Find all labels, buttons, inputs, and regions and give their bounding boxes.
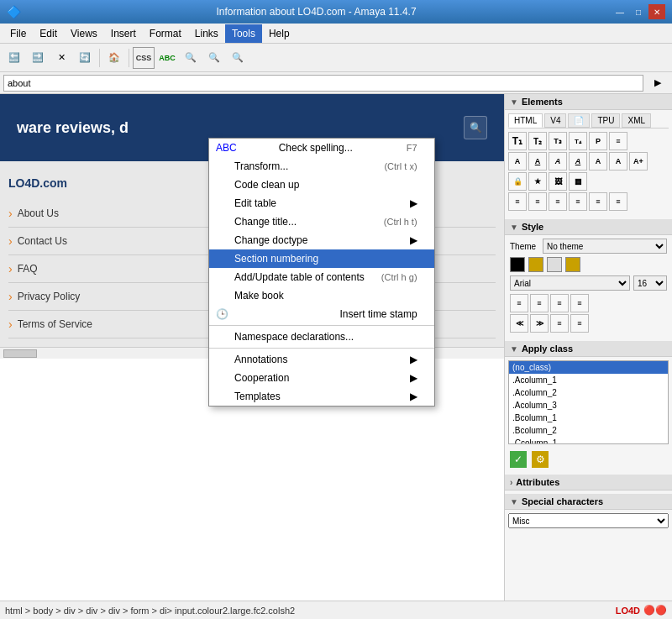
toolbar-btn-4[interactable]: 🔄 [74, 47, 96, 69]
toolbar-css[interactable]: CSS [133, 47, 155, 69]
menu-transform[interactable]: Transform... (Ctrl t x) [209, 157, 434, 176]
elem-t4[interactable]: T₄ [569, 132, 587, 150]
menu-check-spelling[interactable]: ABC Check spelling... F7 [209, 139, 434, 157]
align-right[interactable]: ≡ [550, 294, 569, 312]
class-item-cc1[interactable]: .Ccolumn_1 [509, 437, 668, 444]
elem-img[interactable]: 🖼 [549, 172, 567, 191]
close-button[interactable]: ✕ [648, 4, 665, 19]
tab-xml[interactable]: XML [622, 113, 651, 128]
align-left[interactable]: ≡ [510, 294, 528, 312]
style-btn3[interactable]: ≡ [550, 314, 569, 333]
class-item-noc[interactable]: (no_class) [509, 361, 668, 374]
add-toc-shortcut: (Ctrl h g) [381, 272, 417, 282]
special-chars-select[interactable]: Misc [508, 513, 669, 528]
menu-cooperation[interactable]: Cooperation ▶ [209, 369, 434, 387]
theme-select[interactable]: No theme [543, 239, 667, 254]
tab-tpu[interactable]: TPU [591, 113, 620, 128]
class-list[interactable]: (no_class) .Acolumn_1 .Acolumn_2 .Acolum… [508, 360, 669, 444]
elem-star[interactable]: ★ [528, 172, 547, 191]
tab-v4[interactable]: V4 [544, 113, 566, 128]
toolbar-spell[interactable]: ABC [156, 47, 178, 69]
menu-insert[interactable]: Insert [104, 24, 143, 43]
apply-class-confirm[interactable]: ✓ [510, 451, 527, 468]
class-buttons: ✓ ⚙ [505, 448, 672, 471]
menu-links[interactable]: Links [188, 24, 225, 43]
elem-a1[interactable]: A [508, 152, 527, 170]
elem-grid1[interactable]: ≡ [508, 192, 527, 211]
toolbar-zoom-out[interactable]: 🔍 [203, 47, 225, 69]
color-gray[interactable] [547, 257, 562, 272]
elem-grid5[interactable]: ≡ [589, 192, 607, 211]
elem-a2[interactable]: A [528, 152, 547, 170]
elem-lock[interactable]: 🔒 [508, 172, 527, 191]
elem-a6[interactable]: A [609, 152, 627, 170]
style-btn4[interactable]: ≡ [570, 314, 589, 333]
menu-change-title[interactable]: Change title... (Ctrl h t) [209, 212, 434, 231]
elem-grid3[interactable]: ≡ [549, 192, 567, 211]
class-item-ac1[interactable]: .Acolumn_1 [509, 374, 668, 386]
menu-file[interactable]: File [3, 24, 33, 43]
indent-in[interactable]: ≫ [530, 314, 549, 333]
elem-t2[interactable]: T₂ [528, 132, 547, 150]
align-center[interactable]: ≡ [530, 294, 549, 312]
menu-namespace[interactable]: Namespace declarations... [209, 328, 434, 346]
menu-format[interactable]: Format [143, 24, 188, 43]
menu-annotations[interactable]: Annotations ▶ [209, 350, 434, 369]
change-title-shortcut: (Ctrl h t) [384, 217, 417, 227]
navigate-button[interactable]: ▶ [647, 72, 669, 94]
maximize-button[interactable]: □ [630, 4, 647, 19]
tab-doc[interactable]: 📄 [568, 113, 590, 128]
toolbar-btn-1[interactable]: 🔙 [3, 47, 25, 69]
address-input[interactable] [3, 75, 643, 92]
toolbar-home[interactable]: 🏠 [103, 47, 125, 69]
elem-t3[interactable]: T₃ [549, 132, 567, 150]
menu-templates[interactable]: Templates ▶ [209, 387, 434, 406]
elem-aplus[interactable]: A+ [629, 152, 648, 170]
color-gold2[interactable] [565, 257, 580, 272]
color-gold[interactable] [528, 257, 543, 272]
scrollbar-thumb[interactable] [3, 349, 37, 358]
menu-make-book[interactable]: Make book [209, 286, 434, 305]
minimize-button[interactable]: — [612, 4, 628, 19]
class-item-bc2[interactable]: .Bcolumn_2 [509, 424, 668, 437]
align-row: ≡ ≡ ≡ ≡ [510, 294, 667, 312]
elem-a4[interactable]: A [569, 152, 587, 170]
elem-table[interactable]: ▦ [569, 172, 587, 191]
indent-out[interactable]: ≪ [510, 314, 528, 333]
menu-edit[interactable]: Edit [33, 24, 64, 43]
menu-edit-table[interactable]: Edit table ▶ [209, 194, 434, 212]
class-item-bc1[interactable]: .Bcolumn_1 [509, 412, 668, 424]
elem-grid6[interactable]: ≡ [609, 192, 627, 211]
elem-t1[interactable]: T₁ [508, 132, 527, 150]
style-arrow: ▼ [510, 223, 518, 232]
tab-html[interactable]: HTML [508, 113, 543, 128]
nav-text-terms: Terms of Service [18, 318, 92, 330]
toolbar-btn-3[interactable]: ✕ [50, 47, 72, 69]
menu-views[interactable]: Views [64, 24, 104, 43]
menu-add-toc[interactable]: Add/Update table of contents (Ctrl h g) [209, 268, 434, 286]
align-justify[interactable]: ≡ [570, 294, 589, 312]
font-size-select[interactable]: 16 [633, 275, 667, 291]
annotations-arrow: ▶ [410, 354, 417, 365]
search-button[interactable]: 🔍 [464, 116, 487, 139]
menu-insert-timestamp[interactable]: 🕒 Insert time stamp [209, 305, 434, 323]
elem-list[interactable]: ≡ [609, 132, 627, 150]
toolbar-btn-2[interactable]: 🔜 [27, 47, 49, 69]
elem-a3[interactable]: A [549, 152, 567, 170]
menu-section-numbering[interactable]: Section numbering [209, 249, 434, 268]
menu-change-doctype[interactable]: Change doctype ▶ [209, 231, 434, 249]
font-select[interactable]: Arial [510, 275, 630, 291]
elem-grid2[interactable]: ≡ [528, 192, 547, 211]
elem-grid4[interactable]: ≡ [569, 192, 587, 211]
elem-p[interactable]: P [589, 132, 607, 150]
toolbar-zoom-in[interactable]: 🔍 [180, 47, 202, 69]
apply-class-icon[interactable]: ⚙ [532, 451, 549, 468]
toolbar-find[interactable]: 🔍 [227, 47, 249, 69]
menu-code-cleanup[interactable]: Code clean up [209, 176, 434, 194]
menu-help[interactable]: Help [262, 24, 297, 43]
class-item-ac2[interactable]: .Acolumn_2 [509, 386, 668, 399]
menu-tools[interactable]: Tools [225, 24, 262, 43]
elem-a5[interactable]: A [589, 152, 607, 170]
color-black[interactable] [510, 257, 525, 272]
class-item-ac3[interactable]: .Acolumn_3 [509, 399, 668, 412]
